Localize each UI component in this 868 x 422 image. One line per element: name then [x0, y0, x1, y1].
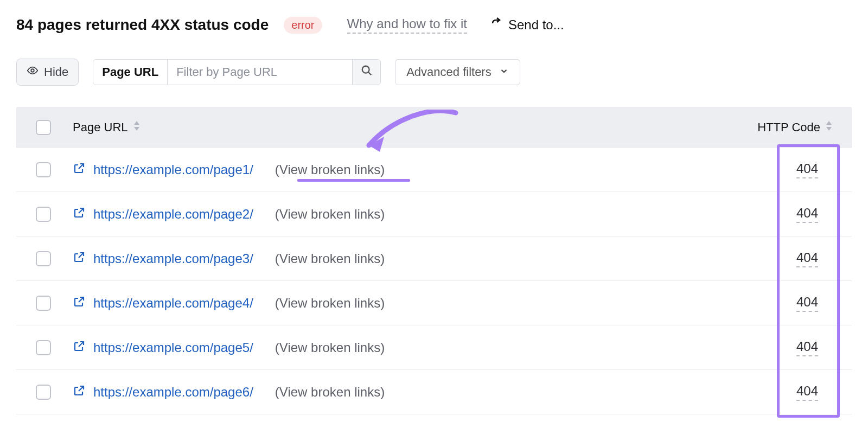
external-link-icon [73, 206, 86, 222]
svg-point-1 [362, 66, 369, 73]
http-code-value[interactable]: 404 [796, 383, 818, 401]
view-broken-links-link[interactable]: (View broken links) [275, 385, 385, 400]
results-table: Page URL HTTP Code https://example.com/p… [16, 107, 852, 414]
external-link-icon [73, 384, 86, 400]
why-how-fix-link[interactable]: Why and how to fix it [347, 16, 467, 34]
send-to-label: Send to... [508, 17, 564, 33]
svg-marker-3 [134, 121, 139, 125]
hide-button[interactable]: Hide [16, 59, 79, 86]
url-filter-input[interactable] [168, 60, 352, 85]
row-checkbox[interactable] [36, 296, 51, 311]
table-header: Page URL HTTP Code [16, 107, 852, 148]
table-row: https://example.com/page1/ (View broken … [16, 148, 852, 192]
page-url-link[interactable]: https://example.com/page6/ [93, 385, 253, 400]
url-filter-search-button[interactable] [352, 60, 380, 85]
column-header-page-url[interactable]: Page URL [71, 120, 141, 135]
view-broken-links-link[interactable]: (View broken links) [275, 207, 385, 222]
page-url-link[interactable]: https://example.com/page3/ [93, 251, 253, 266]
error-badge: error [284, 17, 322, 34]
table-row: https://example.com/page4/ (View broken … [16, 281, 852, 325]
advanced-filters-button[interactable]: Advanced filters [395, 59, 520, 85]
eye-icon [27, 65, 39, 80]
external-link-icon [73, 162, 86, 178]
page-title: 84 pages returned 4XX status code [16, 16, 269, 34]
row-checkbox[interactable] [36, 207, 51, 222]
svg-marker-5 [826, 121, 832, 125]
hide-label: Hide [44, 65, 68, 79]
svg-point-0 [31, 69, 34, 72]
view-broken-links-link[interactable]: (View broken links) [275, 296, 385, 311]
sort-icon [825, 120, 833, 135]
annotation-underline [297, 179, 410, 182]
row-checkbox[interactable] [36, 385, 51, 400]
url-filter-group: Page URL [93, 59, 381, 85]
http-code-value[interactable]: 404 [796, 206, 818, 223]
http-code-value[interactable]: 404 [796, 295, 818, 312]
http-code-value[interactable]: 404 [796, 339, 818, 356]
chevron-down-icon [499, 65, 509, 79]
url-filter-label[interactable]: Page URL [93, 60, 168, 85]
table-row: https://example.com/page6/ (View broken … [16, 370, 852, 414]
table-body: https://example.com/page1/ (View broken … [16, 148, 852, 414]
column-header-page-url-label: Page URL [73, 120, 128, 135]
svg-marker-4 [134, 127, 139, 131]
view-broken-links-link[interactable]: (View broken links) [275, 340, 385, 355]
send-to-button[interactable]: Send to... [490, 17, 564, 33]
external-link-icon [73, 295, 86, 311]
http-code-value[interactable]: 404 [796, 250, 818, 267]
row-checkbox[interactable] [36, 162, 51, 177]
search-icon [361, 65, 373, 80]
view-broken-links-link[interactable]: (View broken links) [275, 251, 385, 266]
select-all-checkbox[interactable] [36, 120, 51, 135]
table-row: https://example.com/page2/ (View broken … [16, 192, 852, 236]
view-broken-links-link[interactable]: (View broken links) [275, 162, 385, 177]
sort-icon [132, 120, 141, 135]
table-row: https://example.com/page3/ (View broken … [16, 236, 852, 281]
advanced-filters-label: Advanced filters [406, 65, 492, 79]
svg-marker-6 [826, 127, 832, 131]
page-url-link[interactable]: https://example.com/page5/ [93, 340, 253, 355]
row-checkbox[interactable] [36, 340, 51, 355]
column-header-http-code[interactable]: HTTP Code [757, 120, 833, 135]
page-url-link[interactable]: https://example.com/page2/ [93, 207, 253, 222]
svg-line-2 [368, 72, 371, 75]
external-link-icon [73, 251, 86, 267]
page-url-link[interactable]: https://example.com/page1/ [93, 162, 253, 177]
page-url-link[interactable]: https://example.com/page4/ [93, 296, 253, 311]
row-checkbox[interactable] [36, 251, 51, 266]
http-code-value[interactable]: 404 [796, 161, 818, 178]
column-header-http-code-label: HTTP Code [757, 120, 820, 135]
external-link-icon [73, 340, 86, 356]
table-row: https://example.com/page5/ (View broken … [16, 325, 852, 370]
share-arrow-icon [490, 17, 503, 33]
